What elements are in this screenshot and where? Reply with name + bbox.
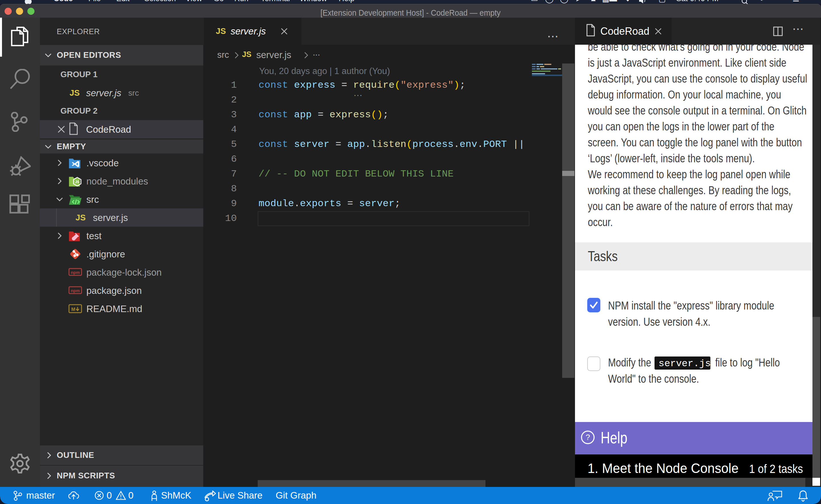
svg-text:npm: npm bbox=[71, 270, 80, 275]
svg-text:npm: npm bbox=[71, 288, 80, 293]
svg-text:JS: JS bbox=[75, 180, 79, 184]
svg-text:?: ? bbox=[585, 433, 590, 442]
svg-text:M: M bbox=[71, 307, 75, 312]
